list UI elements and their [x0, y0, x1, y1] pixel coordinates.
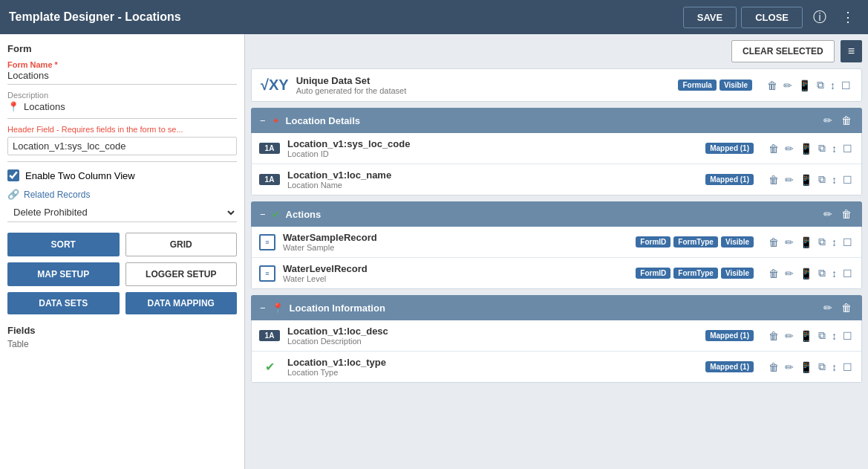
copy-btn[interactable]: ⧉	[817, 172, 827, 187]
button-grid: SORT GRID MAP SETUP LOGGER SETUP DATA SE…	[7, 233, 237, 314]
visible-tag: Visible	[721, 236, 754, 248]
reorder-btn[interactable]: ↕	[830, 172, 838, 187]
row-info: Location_v1:loc_type Location Type	[287, 357, 386, 377]
reorder-btn[interactable]: ↕	[830, 235, 838, 250]
trash-btn[interactable]: 🗑	[767, 360, 780, 375]
unique-dataset-row: √XY Unique Data Set Auto generated for t…	[251, 68, 862, 102]
checkbox-btn[interactable]: ☐	[841, 141, 854, 156]
checkbox-btn[interactable]: ☐	[841, 235, 854, 250]
row-field: WaterLevelRecord	[283, 263, 368, 274]
hamburger-menu-button[interactable]: ≡	[841, 40, 862, 62]
trash-btn[interactable]: 🗑	[767, 172, 780, 187]
app-title: Template Designer - Locations	[9, 10, 679, 24]
collapse-icon: −	[260, 115, 266, 126]
table-row: 1A Location_v1:loc_name Location Name Ma…	[252, 164, 861, 195]
mobile-btn[interactable]: 📱	[798, 266, 814, 281]
location-information-header[interactable]: − 📍 Location Information ✏ 🗑	[251, 295, 862, 320]
section-edit-icon[interactable]: ✏	[822, 113, 834, 128]
section-edit-icon[interactable]: ✏	[822, 300, 834, 315]
row-icons: 🗑 ✏ 📱 ⧉ ↕ ☐	[767, 265, 854, 281]
edit-icon-btn[interactable]: ✏	[782, 78, 794, 93]
logger-setup-button[interactable]: LOGGER SETUP	[125, 262, 238, 286]
mobile-btn[interactable]: 📱	[798, 360, 814, 375]
delete-prohibited-select[interactable]: Delete Prohibited	[7, 203, 237, 222]
mobile-btn[interactable]: 📱	[798, 141, 814, 156]
row-icons: 🗑 ✏ 📱 ⧉ ↕ ☐	[767, 328, 854, 343]
edit-btn[interactable]: ✏	[783, 360, 795, 375]
form-name-label: Form Name *	[7, 60, 237, 69]
copy-btn[interactable]: ⧉	[817, 359, 827, 375]
location-information-section: − 📍 Location Information ✏ 🗑 1A Location…	[251, 295, 862, 383]
table-row: 1A Location_v1:sys_loc_code Location ID …	[252, 133, 861, 164]
checkbox-btn[interactable]: ☐	[841, 329, 854, 343]
hamburger-icon: ≡	[848, 45, 855, 57]
copy-icon-btn[interactable]: ⧉	[815, 77, 826, 93]
checkbox-btn[interactable]: ☐	[841, 266, 854, 281]
checkbox-btn[interactable]: ☐	[841, 360, 854, 375]
header-field-input[interactable]	[7, 137, 237, 155]
table-row: ≡ WaterLevelRecord Water Level FormID Fo…	[252, 258, 861, 288]
trash-btn[interactable]: 🗑	[767, 329, 780, 343]
row-label: Water Level	[283, 274, 368, 283]
save-button[interactable]: SAVE	[683, 7, 737, 28]
location-details-section: − ✦ Location Details ✏ 🗑 1A Location_v1:…	[251, 108, 862, 195]
copy-btn[interactable]: ⧉	[817, 234, 827, 250]
copy-btn[interactable]: ⧉	[817, 140, 827, 156]
actions-section: − ✔ Actions ✏ 🗑 ≡ WaterSampleRecord Wate…	[251, 201, 862, 289]
mobile-btn[interactable]: 📱	[798, 235, 814, 250]
section-edit-icon[interactable]: ✏	[822, 207, 834, 221]
header-field-error: Header Field - Requires fields in the fo…	[7, 125, 237, 134]
data-mapping-button[interactable]: DATA MAPPING	[125, 292, 238, 314]
close-button[interactable]: CLOSE	[741, 7, 803, 28]
edit-btn[interactable]: ✏	[783, 235, 795, 250]
reorder-btn[interactable]: ↕	[830, 329, 838, 343]
row-label: Water Sample	[283, 243, 377, 252]
edit-btn[interactable]: ✏	[783, 172, 795, 187]
copy-btn[interactable]: ⧉	[817, 265, 827, 281]
mobile-icon-btn[interactable]: 📱	[797, 78, 812, 93]
mobile-btn[interactable]: 📱	[798, 172, 814, 187]
edit-btn[interactable]: ✏	[783, 266, 795, 281]
edit-btn[interactable]: ✏	[783, 329, 795, 343]
reorder-icon-btn[interactable]: ↕	[829, 78, 837, 93]
action-tags: FormID FormType Visible	[636, 236, 754, 248]
trash-btn[interactable]: 🗑	[767, 266, 780, 281]
row-badge-1a: 1A	[259, 174, 280, 185]
reorder-btn[interactable]: ↕	[830, 360, 838, 375]
row-field: Location_v1:sys_loc_code	[287, 138, 410, 149]
row-field: WaterSampleRecord	[283, 232, 377, 243]
row-info: Location_v1:sys_loc_code Location ID	[287, 138, 410, 158]
mobile-btn[interactable]: 📱	[798, 329, 814, 343]
unique-dataset-title: Unique Data Set	[296, 75, 407, 86]
reorder-btn[interactable]: ↕	[830, 266, 838, 281]
row-badge-1a: 1A	[259, 330, 280, 341]
data-sets-button[interactable]: DATA SETS	[7, 292, 120, 314]
formtype-tag: FormType	[673, 268, 718, 279]
sort-button[interactable]: SORT	[7, 233, 120, 256]
edit-btn[interactable]: ✏	[783, 141, 795, 156]
trash-btn[interactable]: 🗑	[767, 235, 780, 250]
map-setup-button[interactable]: MAP SETUP	[7, 262, 120, 286]
trash-btn[interactable]: 🗑	[767, 141, 780, 156]
checkbox-icon-btn[interactable]: ☐	[840, 78, 852, 93]
trash-icon-btn[interactable]: 🗑	[766, 78, 779, 93]
section-trash-icon[interactable]: 🗑	[840, 207, 853, 221]
pin-icon: 📍	[7, 101, 19, 112]
form-name-value: Locations	[7, 70, 237, 85]
grid-button[interactable]: GRID	[125, 233, 238, 256]
actions-header[interactable]: − ✔ Actions ✏ 🗑	[251, 201, 862, 227]
location-details-header[interactable]: − ✦ Location Details ✏ 🗑	[251, 108, 862, 133]
fields-title: Fields	[7, 325, 237, 336]
link-icon: 🔗	[7, 189, 19, 200]
checkbox-btn[interactable]: ☐	[841, 172, 854, 187]
copy-btn[interactable]: ⧉	[817, 328, 827, 343]
section-trash-icon[interactable]: 🗑	[840, 300, 853, 315]
row-field: Location_v1:loc_name	[287, 169, 391, 181]
info-icon-button[interactable]: ⓘ	[809, 5, 831, 29]
clear-selected-button[interactable]: CLEAR SELECTED	[731, 40, 835, 62]
section-trash-icon[interactable]: 🗑	[840, 113, 853, 128]
enable-two-col-checkbox[interactable]	[7, 169, 19, 181]
reorder-btn[interactable]: ↕	[830, 141, 838, 156]
more-options-button[interactable]: ⋮	[837, 6, 859, 28]
description-label: Description	[7, 91, 237, 100]
